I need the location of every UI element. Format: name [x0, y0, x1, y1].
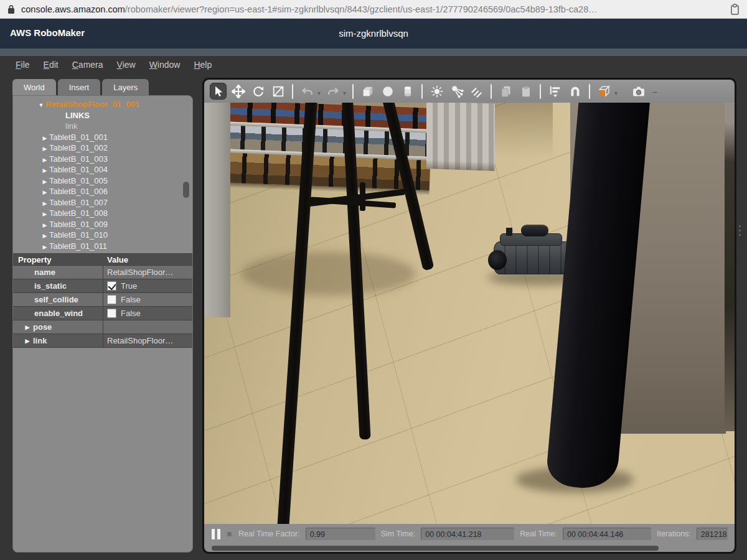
- tree-item[interactable]: ▶TabletB_01_001: [13, 132, 192, 143]
- menu-view[interactable]: View: [117, 60, 136, 70]
- point-light-icon[interactable]: [428, 83, 445, 100]
- scene-tree: ▼RetailShopFloor_01_001 LINKS link ▶Tabl…: [13, 96, 192, 253]
- snap-magnet-icon[interactable]: [566, 83, 583, 100]
- tree-item-root[interactable]: ▼RetailShopFloor_01_001: [13, 99, 192, 110]
- world-panel: ▼RetailShopFloor_01_001 LINKS link ▶Tabl…: [12, 95, 193, 553]
- clipboard-icon[interactable]: [730, 4, 740, 15]
- gazebo-3d-scene[interactable]: [204, 103, 735, 524]
- robot-lidar: [521, 225, 548, 236]
- is-static-checkbox[interactable]: [107, 281, 116, 291]
- robot-wheel: [488, 250, 507, 270]
- tree-scrollbar-thumb[interactable]: [183, 182, 189, 198]
- menu-edit[interactable]: Edit: [44, 60, 59, 70]
- undo-icon[interactable]: [299, 83, 316, 100]
- view-angle-cube-icon[interactable]: [596, 83, 613, 100]
- menu-help[interactable]: Help: [194, 60, 212, 70]
- tree-item[interactable]: ▶TabletB_01_002: [13, 142, 192, 154]
- toolbar-separator: [421, 84, 423, 99]
- expand-triangle-icon[interactable]: ▶: [22, 324, 33, 330]
- url-text[interactable]: console.aws.amazon.com/robomaker/viewer?…: [21, 4, 598, 14]
- property-table-header: Property Value: [13, 254, 193, 266]
- step-button[interactable]: [227, 532, 232, 536]
- simulation-name: sim-zgknrlblvsqn: [0, 28, 747, 39]
- redo-dropdown-icon[interactable]: ▾: [343, 90, 346, 96]
- insert-box-icon[interactable]: [359, 83, 376, 100]
- toolbar-separator: [540, 84, 541, 99]
- browser-address-bar[interactable]: console.aws.amazon.com/robomaker/viewer?…: [0, 0, 747, 19]
- header-divider: [0, 49, 747, 56]
- insert-cylinder-icon[interactable]: [399, 83, 416, 100]
- menubar: File Edit Camera View Window Help: [0, 56, 747, 73]
- toolbar-separator: [292, 84, 293, 99]
- property-row-enable-wind[interactable]: enable_wind False: [13, 307, 193, 320]
- tree-item[interactable]: ▶TabletB_01_011: [13, 241, 192, 252]
- rotate-tool-icon[interactable]: [250, 83, 266, 100]
- tree-item[interactable]: ▶TabletB_01_007: [13, 197, 192, 208]
- menu-window[interactable]: Window: [149, 60, 181, 70]
- insert-sphere-icon[interactable]: [379, 83, 396, 100]
- tripod-shadow: [242, 252, 416, 296]
- tree-item[interactable]: ▶TabletB_01_005: [13, 175, 192, 187]
- toolbar-separator: [491, 84, 492, 99]
- horizontal-scrollbar-thumb[interactable]: [212, 546, 659, 551]
- tab-insert[interactable]: Insert: [58, 79, 101, 95]
- iterations-label: Iterations:: [657, 530, 691, 538]
- property-row-name[interactable]: name RetailShopFloor…: [13, 266, 193, 279]
- sim-time-label: Sim Time:: [381, 530, 416, 538]
- simulation-status-bar: Real Time Factor: 0.99 Sim Time: 00 00:0…: [204, 524, 735, 544]
- copy-icon[interactable]: [497, 83, 514, 100]
- undo-dropdown-icon[interactable]: ▾: [317, 90, 321, 96]
- tree-item[interactable]: ▶TabletB_01_010: [13, 230, 192, 241]
- url-path: /robomaker/viewer?region=us-east-1#sim-z…: [125, 4, 598, 14]
- align-tool-icon[interactable]: [547, 83, 563, 100]
- menu-file[interactable]: File: [16, 60, 30, 70]
- tab-world[interactable]: World: [12, 79, 56, 95]
- tree-item[interactable]: ▶TabletB_01_003: [13, 154, 192, 165]
- enable-wind-checkbox[interactable]: [107, 309, 116, 318]
- property-row-pose[interactable]: ▶pose: [13, 320, 193, 334]
- property-row-is-static[interactable]: is_static True: [13, 279, 193, 293]
- scale-tool-icon[interactable]: [270, 83, 286, 100]
- sim-time-value: 00 00:04:41.218: [421, 528, 514, 540]
- pause-button[interactable]: [212, 529, 220, 539]
- spot-light-icon[interactable]: [448, 83, 465, 100]
- directional-light-icon[interactable]: [468, 83, 485, 100]
- tree-item-link[interactable]: link: [13, 121, 192, 132]
- rtf-label: Real Time Factor:: [238, 530, 300, 538]
- tripod-brace: [360, 182, 365, 211]
- expand-triangle-icon[interactable]: ▶: [22, 338, 33, 344]
- translate-tool-icon[interactable]: [230, 83, 247, 100]
- url-domain: console.aws.amazon.com: [21, 4, 125, 14]
- tree-item[interactable]: ▶TabletB_01_008: [13, 208, 192, 219]
- real-time-value: 00 00:04:44.146: [563, 528, 651, 540]
- viewport-horizontal-scrollbar[interactable]: [204, 544, 735, 552]
- tree-item[interactable]: ▶TabletB_01_004: [13, 164, 192, 175]
- gzclient-window: File Edit Camera View Window Help World …: [0, 56, 747, 560]
- screenshot-camera-icon[interactable]: [630, 83, 647, 100]
- gray-pillar: [204, 103, 230, 317]
- toolbar-separator: [352, 84, 354, 99]
- tree-item[interactable]: ▶TabletB_01_006: [13, 186, 192, 197]
- property-table: Property Value name RetailShopFloor… is_…: [13, 253, 193, 348]
- real-time-label: Real Time:: [520, 530, 557, 538]
- robomaker-header: AWS RoboMaker sim-zgknrlblvsqn: [0, 19, 747, 49]
- view-angle-dropdown-icon[interactable]: ▾: [614, 90, 618, 96]
- left-panel-tabs: World Insert Layers: [12, 79, 149, 95]
- property-row-self-collide[interactable]: self_collide False: [13, 293, 193, 307]
- redo-icon[interactable]: [324, 83, 341, 100]
- rtf-value: 0.99: [306, 528, 375, 540]
- select-tool-icon[interactable]: [210, 83, 227, 100]
- menu-camera[interactable]: Camera: [72, 60, 103, 70]
- property-row-link[interactable]: ▶link RetailShopFloor…: [13, 334, 193, 348]
- paste-icon[interactable]: [517, 83, 534, 100]
- expand-triangle-icon[interactable]: ▶: [40, 242, 49, 253]
- self-collide-checkbox[interactable]: [107, 295, 116, 304]
- shadowed-wall-edge: [725, 103, 735, 431]
- iterations-value: 281218: [697, 528, 728, 540]
- tree-item[interactable]: ▶TabletB_01_009: [13, 219, 192, 230]
- panel-resize-handle[interactable]: [738, 219, 741, 241]
- gazebo-viewport-window: ▾ ▾: [202, 78, 736, 554]
- tree-links-header: LINKS: [13, 110, 192, 121]
- camera-options-icon[interactable]: –: [652, 86, 657, 96]
- tab-layers[interactable]: Layers: [102, 79, 149, 95]
